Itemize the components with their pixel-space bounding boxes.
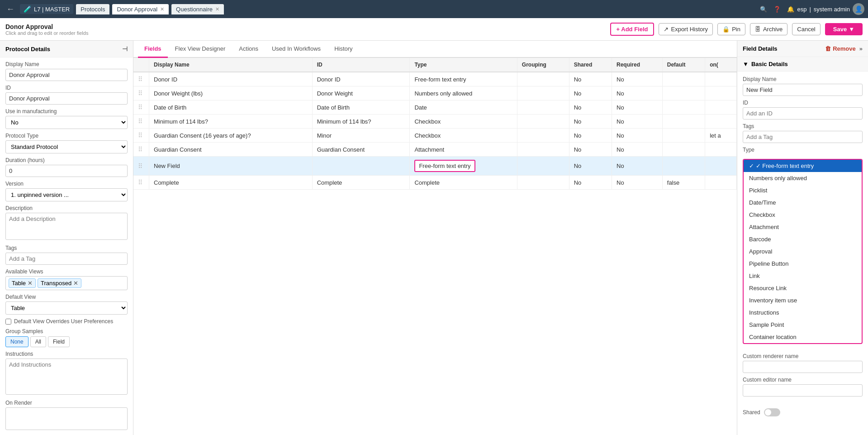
search-icon[interactable]: 🔍: [760, 6, 767, 13]
collapse-left-panel-icon[interactable]: ⊣: [122, 45, 128, 53]
table-row[interactable]: ⠿ New Field Free-form text entry No No: [133, 157, 737, 176]
protocol-type-select[interactable]: Standard Protocol: [5, 140, 128, 153]
tab-protocols-label: Protocols: [81, 6, 105, 13]
drag-handle-icon[interactable]: ⠿: [138, 76, 142, 83]
table-row[interactable]: ⠿ Donor ID Donor ID Free-form text entry…: [133, 72, 737, 86]
table-row[interactable]: ⠿ Guardian Consent (16 years of age)? Mi…: [133, 129, 737, 143]
rp-tags-input[interactable]: [743, 131, 863, 143]
custom-editor-input[interactable]: [743, 384, 863, 397]
drag-handle-icon[interactable]: ⠿: [138, 146, 142, 153]
shared-toggle[interactable]: [764, 408, 780, 416]
type-option[interactable]: Attachment: [744, 221, 862, 233]
id-input[interactable]: [5, 92, 128, 105]
group-samples-all[interactable]: All: [30, 336, 46, 347]
id-cell: Minor: [312, 129, 410, 143]
instructions-textarea[interactable]: [5, 359, 128, 395]
col-shared[interactable]: Shared: [569, 58, 612, 72]
display-name-label: Display Name: [5, 61, 128, 67]
cancel-button[interactable]: Cancel: [792, 23, 820, 35]
add-field-button[interactable]: + Add Field: [610, 23, 655, 36]
use-in-mfg-select[interactable]: No Yes: [5, 116, 128, 129]
tab-used-in-workflows[interactable]: Used In Workflows: [266, 41, 327, 58]
col-required[interactable]: Required: [612, 58, 663, 72]
back-button[interactable]: ←: [4, 4, 17, 15]
type-option[interactable]: Date/Time: [744, 196, 862, 209]
type-option[interactable]: Container location: [744, 331, 862, 343]
tags-input[interactable]: [5, 253, 128, 265]
tab-actions[interactable]: Actions: [232, 41, 265, 58]
table-row[interactable]: ⠿ Minimum of 114 lbs? Minimum of 114 lbs…: [133, 115, 737, 129]
help-icon[interactable]: ❓: [773, 6, 781, 13]
tab-questionnaire[interactable]: Questionnaire ✕: [171, 4, 224, 14]
pin-button[interactable]: 🔒 Pin: [717, 23, 745, 35]
export-history-button[interactable]: ↗ Export History: [659, 23, 713, 35]
type-option[interactable]: Instructions: [744, 306, 862, 319]
save-dropdown-icon[interactable]: ▼: [849, 26, 854, 33]
type-option[interactable]: Barcode: [744, 233, 862, 245]
notification-icon[interactable]: 🔔: [787, 6, 794, 13]
rp-display-name-input[interactable]: [743, 84, 863, 96]
custom-renderer-input[interactable]: [743, 361, 863, 373]
group-samples-buttons: None All Field: [5, 336, 128, 347]
on-cell: [705, 86, 737, 100]
tab-fields[interactable]: Fields: [138, 41, 168, 58]
default-view-select[interactable]: Table Transposed: [5, 301, 128, 315]
type-option[interactable]: Pipeline Button: [744, 258, 862, 270]
col-grouping[interactable]: Grouping: [517, 58, 569, 72]
archive-button[interactable]: 🗄 Archive: [750, 23, 787, 35]
protocol-type-label: Protocol Type: [5, 133, 128, 139]
remove-label: Remove: [833, 45, 856, 52]
type-dropdown[interactable]: ✓ Free-form text entryNumbers only allow…: [743, 159, 863, 344]
close-questionnaire-tab[interactable]: ✕: [215, 6, 219, 12]
type-option[interactable]: Approval: [744, 245, 862, 258]
type-option[interactable]: Sample Point: [744, 319, 862, 331]
expand-right-panel-icon[interactable]: »: [859, 45, 863, 52]
table-row[interactable]: ⠿ Complete Complete Complete No No false: [133, 176, 737, 190]
tab-donor-approval[interactable]: Donor Approval ✕: [112, 4, 169, 14]
rp-id-input[interactable]: [743, 107, 863, 120]
drag-handle-icon[interactable]: ⠿: [138, 132, 142, 139]
type-cell[interactable]: Free-form text entry: [410, 157, 517, 176]
grouping-cell: [517, 157, 569, 176]
table-row[interactable]: ⠿ Guardian Consent Guardian Consent Atta…: [133, 143, 737, 157]
tab-flex-view-designer[interactable]: Flex View Designer: [169, 41, 232, 58]
default-override-checkbox[interactable]: [5, 319, 11, 325]
drag-handle-icon[interactable]: ⠿: [138, 90, 142, 97]
type-option[interactable]: Inventory item use: [744, 294, 862, 306]
tab-history[interactable]: History: [328, 41, 359, 58]
display-name-cell: Donor ID: [149, 72, 313, 86]
version-select[interactable]: 1. unpinned version ...: [5, 188, 128, 201]
display-name-cell: Complete: [149, 176, 313, 190]
col-display-name[interactable]: Display Name: [149, 58, 313, 72]
group-samples-field[interactable]: Field: [48, 336, 70, 347]
group-samples-none[interactable]: None: [5, 336, 28, 347]
remove-table-tag[interactable]: ✕: [28, 280, 33, 287]
type-option[interactable]: Picklist: [744, 184, 862, 196]
drag-handle-icon[interactable]: ⠿: [138, 104, 142, 111]
type-option[interactable]: Checkbox: [744, 209, 862, 221]
type-option[interactable]: Numbers only allowed: [744, 172, 862, 184]
col-on[interactable]: on(: [705, 58, 737, 72]
drag-handle-icon[interactable]: ⠿: [138, 179, 142, 186]
col-id[interactable]: ID: [312, 58, 410, 72]
remove-transposed-tag[interactable]: ✕: [73, 280, 78, 287]
drag-handle-icon[interactable]: ⠿: [138, 118, 142, 125]
type-option[interactable]: ✓ Free-form text entry: [744, 160, 862, 172]
basic-details-section[interactable]: ▼ Basic Details: [737, 57, 868, 72]
close-donor-approval-tab[interactable]: ✕: [160, 6, 164, 12]
on-render-textarea[interactable]: [5, 407, 128, 430]
section-collapse-icon: ▼: [743, 61, 749, 67]
col-type[interactable]: Type: [410, 58, 517, 72]
remove-field-button[interactable]: 🗑 Remove: [825, 45, 856, 52]
type-option[interactable]: Link: [744, 270, 862, 282]
drag-handle-icon[interactable]: ⠿: [138, 163, 142, 170]
save-button[interactable]: Save ▼: [825, 23, 863, 35]
tab-protocols[interactable]: Protocols: [76, 4, 109, 14]
description-textarea[interactable]: [5, 213, 128, 240]
display-name-input[interactable]: [5, 69, 128, 81]
table-row[interactable]: ⠿ Donor Weight (lbs) Donor Weight Number…: [133, 86, 737, 100]
col-default[interactable]: Default: [662, 58, 705, 72]
table-row[interactable]: ⠿ Date of Birth Date of Birth Date No No: [133, 100, 737, 115]
duration-input[interactable]: [5, 165, 128, 177]
type-option[interactable]: Resource Link: [744, 282, 862, 294]
